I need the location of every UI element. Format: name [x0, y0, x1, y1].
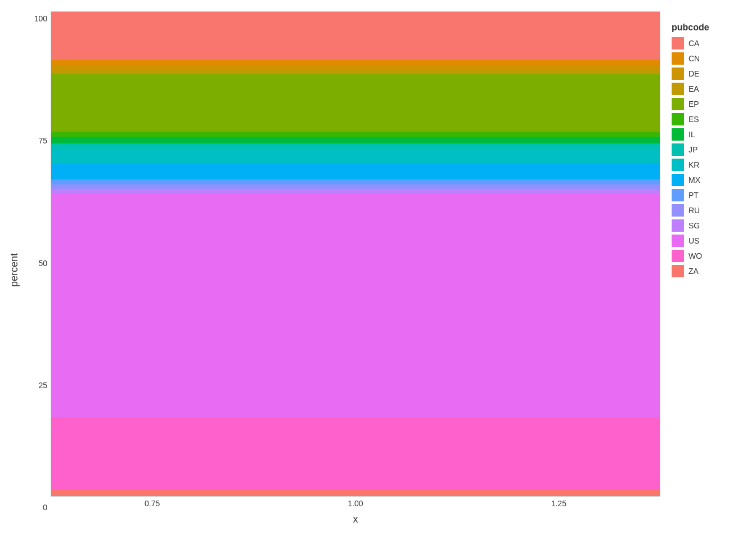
legend-label-ca: CA [688, 39, 699, 48]
legend-color-ca [672, 37, 684, 50]
legend-color-es [672, 113, 684, 125]
legend-item-pt: PT [672, 189, 745, 201]
legend-label-ru: RU [688, 206, 700, 215]
plot-with-axes: percent 100 75 50 25 0 [6, 11, 660, 529]
legend-color-kr [672, 159, 684, 171]
y-tick-0: 0 [43, 503, 47, 512]
legend-label-pt: PT [688, 191, 699, 200]
y-tick-50: 50 [38, 259, 47, 268]
segment-ca [51, 12, 660, 60]
legend-label-sg: SG [688, 221, 700, 230]
plot-frame [51, 11, 660, 497]
x-tick-100: 1.00 [348, 499, 363, 512]
segment-jp [51, 143, 660, 148]
legend-color-pt [672, 189, 684, 201]
legend-item-ca: CA [672, 37, 745, 50]
legend: pubcode CA CN DE EA EP ES [660, 11, 750, 529]
segment-wo [51, 417, 660, 489]
y-tick-100: 100 [34, 14, 47, 23]
legend-label-us: US [688, 236, 699, 245]
x-axis-ticks: 0.75 1.00 1.25 [51, 497, 660, 512]
segment-es [51, 132, 660, 137]
segment-mx [51, 163, 660, 180]
segment-ep [51, 74, 660, 132]
legend-item-us: US [672, 235, 745, 247]
legend-color-ep [672, 98, 684, 110]
legend-color-sg [672, 219, 684, 232]
legend-color-ea [672, 83, 684, 95]
legend-item-de: DE [672, 68, 745, 80]
legend-item-il: IL [672, 128, 745, 141]
legend-label-kr: KR [688, 160, 699, 169]
legend-item-kr: KR [672, 159, 745, 171]
stacked-bar [51, 12, 660, 496]
segment-us [51, 194, 660, 417]
legend-label-jp: JP [688, 145, 698, 154]
segment-pt [51, 179, 660, 184]
legend-label-ea: EA [688, 84, 699, 93]
legend-label-cn: CN [688, 54, 700, 63]
legend-item-mx: MX [672, 174, 745, 186]
legend-color-us [672, 235, 684, 247]
legend-item-wo: WO [672, 250, 745, 262]
y-tick-75: 75 [38, 136, 47, 145]
legend-item-jp: JP [672, 143, 745, 156]
segment-il [51, 137, 660, 144]
chart-container: percent 100 75 50 25 0 [0, 0, 756, 540]
x-tick-125: 1.25 [551, 499, 566, 512]
legend-color-ru [672, 204, 684, 217]
legend-title: pubcode [672, 22, 745, 33]
legend-color-il [672, 128, 684, 141]
legend-color-wo [672, 250, 684, 262]
legend-label-ep: EP [688, 100, 699, 109]
segment-de [51, 65, 660, 70]
chart-area: percent 100 75 50 25 0 [6, 11, 660, 529]
legend-item-za: ZA [672, 265, 745, 277]
legend-label-il: IL [688, 130, 695, 139]
legend-item-ea: EA [672, 83, 745, 95]
legend-color-za [672, 265, 684, 277]
legend-item-es: ES [672, 113, 745, 125]
legend-color-mx [672, 174, 684, 186]
legend-item-ep: EP [672, 98, 745, 110]
segment-sg [51, 189, 660, 194]
legend-label-wo: WO [688, 251, 702, 260]
plot-and-x: 0.75 1.00 1.25 x [51, 11, 660, 529]
legend-color-de [672, 68, 684, 80]
segment-za [51, 489, 660, 496]
y-axis-ticks: 100 75 50 25 0 [22, 11, 51, 529]
y-tick-25: 25 [38, 381, 47, 390]
segment-ea [51, 69, 660, 74]
y-axis-label: percent [6, 11, 22, 529]
legend-item-sg: SG [672, 219, 745, 232]
legend-label-de: DE [688, 69, 699, 78]
legend-label-mx: MX [688, 176, 700, 184]
legend-label-za: ZA [688, 267, 699, 276]
segment-cn [51, 60, 660, 65]
legend-item-ru: RU [672, 204, 745, 217]
legend-color-cn [672, 52, 684, 65]
x-tick-075: 0.75 [145, 499, 160, 512]
x-axis-label: x [51, 512, 660, 529]
segment-ru [51, 184, 660, 190]
legend-color-jp [672, 143, 684, 156]
segment-kr [51, 148, 660, 163]
legend-item-cn: CN [672, 52, 745, 65]
legend-label-es: ES [688, 115, 699, 124]
